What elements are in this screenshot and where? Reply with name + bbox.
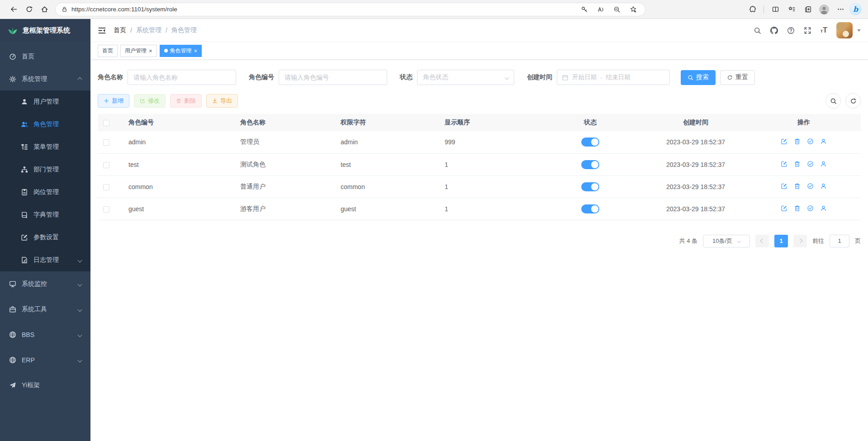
sidebar-item-logs[interactable]: 日志管理: [0, 249, 90, 271]
add-favorite-icon[interactable]: [627, 4, 640, 15]
search-icon[interactable]: [754, 27, 761, 34]
lock-icon: [61, 6, 68, 13]
status-toggle[interactable]: [581, 182, 599, 191]
page-size-select[interactable]: 10条/页: [703, 235, 750, 247]
page-number-button[interactable]: 1: [774, 235, 788, 247]
zoom-out-icon[interactable]: [611, 4, 623, 15]
sidebar-item-parameters[interactable]: 参数设置: [0, 226, 90, 249]
row-edit-icon[interactable]: [781, 183, 787, 190]
status-toggle[interactable]: [581, 160, 599, 169]
row-auth-icon[interactable]: [807, 183, 814, 190]
row-auth-icon[interactable]: [807, 205, 814, 212]
row-checkbox[interactable]: [103, 184, 109, 190]
collections-icon[interactable]: [801, 3, 815, 16]
row-assign-user-icon[interactable]: [820, 205, 827, 212]
tab-home[interactable]: 首页: [98, 45, 118, 57]
role-name-input[interactable]: [128, 70, 236, 85]
row-assign-user-icon[interactable]: [820, 183, 827, 190]
sidebar-item-users[interactable]: 用户管理: [0, 90, 90, 113]
table-header-row: 角色编号 角色名称 权限字符 显示顺序 状态 创建时间 操作: [98, 114, 861, 131]
toggle-search-button[interactable]: [825, 93, 841, 109]
refresh-table-button[interactable]: [845, 93, 861, 109]
cell-create-time: 2023-03-29 18:52:37: [645, 175, 747, 198]
cell-perm-string: common: [335, 175, 439, 198]
github-icon[interactable]: [770, 27, 778, 34]
sidebar-item-departments[interactable]: 部门管理: [0, 158, 90, 181]
delete-button[interactable]: 删除: [170, 94, 202, 108]
sidebar-item-dictionary[interactable]: 字典管理: [0, 204, 90, 226]
breadcrumb-home[interactable]: 首页: [114, 26, 126, 34]
role-name-label: 角色名称: [98, 73, 123, 81]
status-select[interactable]: 角色状态: [417, 70, 514, 85]
favorites-bar-icon[interactable]: [784, 3, 799, 16]
tags-view: 首页 用户管理 × 角色管理 ×: [90, 42, 868, 60]
sidebar-item-posts[interactable]: 岗位管理: [0, 181, 90, 204]
browser-home-button[interactable]: [37, 3, 52, 16]
chevron-down-icon: [78, 282, 82, 286]
sidebar-item-system[interactable]: 系统管理: [0, 68, 90, 90]
prev-page-button[interactable]: [755, 235, 769, 247]
goto-page-input[interactable]: [830, 235, 849, 247]
sidebar-item-yi-framework[interactable]: Yi框架: [0, 373, 90, 398]
browser-more-icon[interactable]: [833, 3, 848, 16]
row-edit-icon[interactable]: [781, 161, 787, 167]
row-assign-user-icon[interactable]: [820, 138, 827, 145]
row-delete-icon[interactable]: [794, 183, 801, 190]
sidebar-item-roles[interactable]: 角色管理: [0, 113, 90, 136]
role-code-input[interactable]: [279, 70, 387, 85]
navbar-right: тT: [754, 22, 861, 38]
search-button[interactable]: 搜索: [681, 70, 716, 85]
chevron-down-icon: [78, 258, 82, 262]
row-assign-user-icon[interactable]: [820, 161, 827, 167]
row-delete-icon[interactable]: [794, 161, 801, 167]
row-checkbox[interactable]: [103, 206, 109, 213]
add-button[interactable]: 新增: [98, 94, 129, 108]
help-icon[interactable]: [787, 27, 795, 34]
close-icon[interactable]: ×: [149, 48, 152, 54]
copilot-icon[interactable]: b: [849, 3, 862, 15]
browser-back-button[interactable]: [6, 3, 21, 16]
row-edit-icon[interactable]: [781, 205, 787, 212]
sidebar-item-bbs[interactable]: BBS: [0, 322, 90, 347]
read-aloud-icon[interactable]: [594, 4, 607, 15]
row-auth-icon[interactable]: [807, 161, 814, 167]
row-edit-icon[interactable]: [781, 138, 787, 145]
url-text[interactable]: https://ccnetcore.com:1101/system/role: [71, 6, 574, 13]
chevron-down-icon: [78, 358, 82, 362]
row-delete-icon[interactable]: [794, 138, 801, 145]
split-screen-icon[interactable]: [768, 3, 783, 16]
row-checkbox[interactable]: [103, 162, 109, 168]
status-toggle[interactable]: [581, 138, 599, 147]
browser-reload-button[interactable]: [22, 3, 36, 16]
date-range-picker[interactable]: 开始日期 - 结束日期: [557, 70, 670, 85]
cell-role-code: admin: [123, 131, 235, 153]
browser-profile-avatar[interactable]: [817, 3, 831, 16]
sidebar-item-menus[interactable]: 菜单管理: [0, 136, 90, 158]
avatar-dropdown-caret[interactable]: [857, 29, 861, 32]
user-avatar[interactable]: [836, 22, 853, 38]
book-icon: [21, 211, 28, 218]
close-icon[interactable]: ×: [194, 48, 198, 54]
edit-button[interactable]: 修改: [134, 94, 166, 108]
tab-role-management[interactable]: 角色管理 ×: [160, 45, 202, 57]
sidebar-item-tools[interactable]: 系统工具: [0, 297, 90, 322]
next-page-button[interactable]: [793, 235, 807, 247]
sidebar-item-erp[interactable]: ERP: [0, 347, 90, 373]
sidebar-item-home[interactable]: 首页: [0, 45, 90, 68]
refresh-icon: [850, 98, 857, 104]
export-button[interactable]: 导出: [206, 94, 238, 108]
reset-button[interactable]: 重置: [720, 70, 755, 85]
extensions-icon[interactable]: [745, 3, 759, 16]
font-size-icon[interactable]: тT: [821, 26, 827, 34]
select-all-checkbox[interactable]: [103, 120, 109, 126]
fullscreen-icon[interactable]: [804, 27, 811, 34]
row-checkbox[interactable]: [103, 139, 109, 146]
row-delete-icon[interactable]: [794, 205, 801, 212]
sidebar-item-monitor[interactable]: 系统监控: [0, 271, 90, 297]
tab-user-management[interactable]: 用户管理 ×: [120, 45, 157, 57]
address-bar[interactable]: https://ccnetcore.com:1101/system/role: [55, 3, 645, 16]
sidebar-collapse-icon[interactable]: [98, 26, 106, 35]
row-auth-icon[interactable]: [807, 138, 814, 145]
password-key-icon[interactable]: [578, 4, 591, 15]
status-toggle[interactable]: [581, 204, 599, 213]
